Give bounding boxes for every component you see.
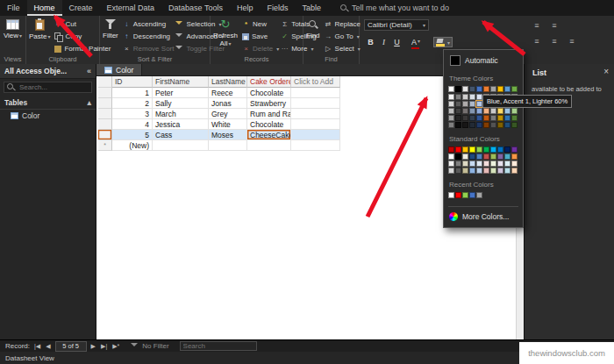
cell-click-to-add[interactable] xyxy=(291,130,340,140)
cell-lastname[interactable]: Grey xyxy=(209,109,247,119)
column-header-lastname[interactable]: LastName xyxy=(209,76,247,88)
color-swatch[interactable] xyxy=(476,146,482,153)
color-swatch[interactable] xyxy=(497,108,503,114)
cell-click-to-add[interactable] xyxy=(291,109,340,119)
color-swatch[interactable] xyxy=(490,108,496,114)
menu-tab-help[interactable]: Help xyxy=(230,0,261,16)
color-swatch[interactable] xyxy=(469,86,475,92)
color-swatch[interactable] xyxy=(497,122,503,128)
color-swatch[interactable] xyxy=(511,153,518,160)
select-button[interactable]: ▷Select▾ xyxy=(325,43,361,54)
color-swatch[interactable] xyxy=(469,161,475,167)
color-swatch[interactable] xyxy=(448,122,454,128)
color-swatch[interactable] xyxy=(469,115,475,121)
color-swatch[interactable] xyxy=(497,161,503,167)
color-swatch[interactable] xyxy=(490,168,496,174)
cell-click-to-add[interactable] xyxy=(291,88,340,98)
cell-new[interactable]: (New) xyxy=(112,140,153,151)
nav-pane-header[interactable]: All Access Obje... « xyxy=(0,64,96,79)
color-swatch[interactable] xyxy=(469,108,475,114)
align-left-button[interactable]: ≡ xyxy=(531,35,543,47)
color-swatch[interactable] xyxy=(497,115,503,121)
first-record-button[interactable]: |◀ xyxy=(33,343,41,350)
color-swatch[interactable] xyxy=(455,192,461,198)
color-swatch[interactable] xyxy=(469,146,475,153)
column-header-id[interactable]: ID xyxy=(112,76,153,88)
cell-id[interactable]: 2 xyxy=(112,98,153,109)
column-header-click-to-add[interactable]: Click to Add xyxy=(291,76,340,88)
cell-lastname[interactable]: Reece xyxy=(209,88,247,98)
replace-button[interactable]: ⇄Replace xyxy=(325,18,361,30)
close-icon[interactable]: × xyxy=(603,67,609,76)
color-swatch[interactable] xyxy=(469,122,475,128)
cell-id[interactable]: 5 xyxy=(112,130,153,140)
color-swatch[interactable] xyxy=(490,122,496,128)
color-swatch[interactable] xyxy=(504,153,510,160)
tables-section-header[interactable]: Tables ▴ xyxy=(0,96,96,110)
color-swatch[interactable] xyxy=(448,161,454,167)
color-swatch[interactable] xyxy=(462,101,468,107)
view-button[interactable]: View▾ xyxy=(0,18,25,40)
color-swatch[interactable] xyxy=(511,161,518,167)
row-selector[interactable] xyxy=(98,98,112,109)
cell-firstname[interactable]: Sally xyxy=(153,98,209,109)
color-swatch[interactable] xyxy=(455,168,461,174)
background-color-button[interactable]: ▾ xyxy=(433,37,453,47)
color-swatch[interactable] xyxy=(490,146,496,153)
previous-record-button[interactable]: ◀ xyxy=(45,343,51,350)
color-swatch[interactable] xyxy=(462,168,468,174)
align-center-button[interactable]: ≡ xyxy=(548,35,560,47)
color-swatch[interactable] xyxy=(462,192,468,198)
color-swatch[interactable] xyxy=(469,168,475,174)
row-selector[interactable] xyxy=(98,88,112,98)
color-swatch[interactable] xyxy=(476,101,482,107)
new-blank-record-button[interactable]: ▶* xyxy=(111,343,120,350)
color-swatch[interactable] xyxy=(476,153,482,160)
row-selector[interactable] xyxy=(98,130,112,140)
color-swatch[interactable] xyxy=(504,146,510,153)
menu-tab-fields[interactable]: Fields xyxy=(260,0,295,16)
menu-tab-table[interactable]: Table xyxy=(295,0,328,16)
color-swatch[interactable] xyxy=(448,115,454,121)
color-swatch[interactable] xyxy=(483,86,489,92)
color-swatch[interactable] xyxy=(483,168,489,174)
color-swatch[interactable] xyxy=(476,192,482,198)
color-swatch[interactable] xyxy=(448,153,454,160)
menu-tab-create[interactable]: Create xyxy=(62,0,100,16)
menu-tab-external-data[interactable]: External Data xyxy=(100,0,162,16)
color-swatch[interactable] xyxy=(455,122,461,128)
align-right-button[interactable]: ≡ xyxy=(566,35,578,47)
automatic-color-option[interactable]: Automatic xyxy=(448,54,518,68)
color-swatch[interactable] xyxy=(455,86,461,92)
last-record-button[interactable]: ▶| xyxy=(100,343,108,350)
color-swatch[interactable] xyxy=(462,108,468,114)
color-swatch[interactable] xyxy=(462,115,468,121)
color-swatch[interactable] xyxy=(469,153,475,160)
cell-cake-ordered[interactable]: Rum and Rasin xyxy=(247,109,291,119)
cell-cake-ordered[interactable]: Chocolate xyxy=(247,119,291,130)
cell-id[interactable]: 3 xyxy=(112,109,153,119)
color-swatch[interactable] xyxy=(483,108,489,114)
cell-cake-ordered[interactable]: Chocolate xyxy=(247,88,291,98)
cell-cake-ordered[interactable]: CheeseCake xyxy=(247,130,291,140)
color-swatch[interactable] xyxy=(448,101,454,107)
color-swatch[interactable] xyxy=(483,146,489,153)
color-swatch[interactable] xyxy=(455,108,461,114)
font-color-button[interactable]: A ▾ xyxy=(411,38,420,47)
cell-firstname[interactable]: March xyxy=(153,109,209,119)
new-record-button[interactable]: *New xyxy=(242,18,279,30)
menu-tab-home[interactable]: Home xyxy=(27,0,62,16)
cell-lastname[interactable]: White xyxy=(209,119,247,130)
color-swatch[interactable] xyxy=(511,115,518,121)
nav-search-input[interactable] xyxy=(18,82,89,92)
underline-button[interactable]: U xyxy=(390,36,403,49)
color-swatch[interactable] xyxy=(511,86,518,92)
color-swatch[interactable] xyxy=(455,94,461,100)
color-swatch[interactable] xyxy=(476,94,482,100)
numbering-button[interactable]: ≡ xyxy=(548,19,560,32)
color-swatch[interactable] xyxy=(455,161,461,167)
go-to-button[interactable]: →Go To▾ xyxy=(325,31,361,42)
color-swatch[interactable] xyxy=(490,115,496,121)
color-swatch[interactable] xyxy=(511,108,518,114)
color-swatch[interactable] xyxy=(490,153,496,160)
